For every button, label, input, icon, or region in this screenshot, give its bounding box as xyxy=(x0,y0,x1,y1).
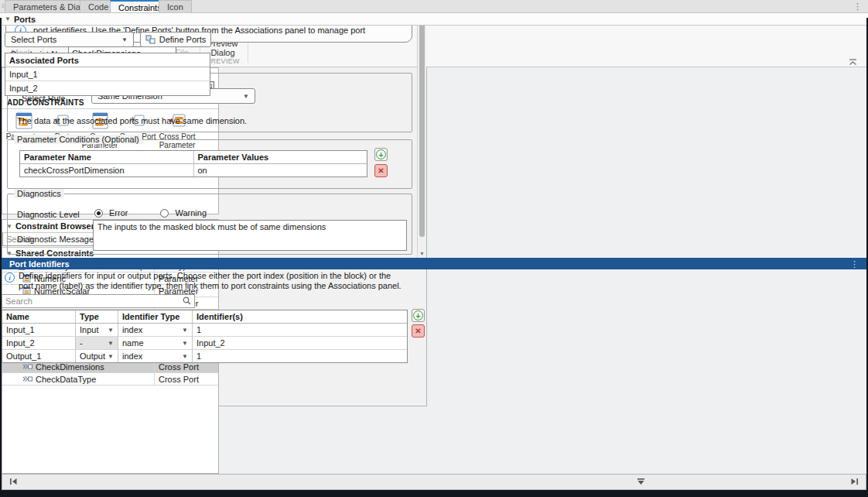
info-icon: i xyxy=(5,272,15,283)
add-port-button[interactable]: + xyxy=(412,309,425,322)
radio-warning-label: Warning xyxy=(175,208,207,218)
kebab-menu-icon[interactable]: ⋮ xyxy=(853,2,862,10)
type-dropdown[interactable]: -▼ xyxy=(76,337,118,349)
radio-error[interactable] xyxy=(94,209,103,218)
chevron-down-icon: ▼ xyxy=(108,340,114,347)
window-left-edge xyxy=(0,18,2,497)
constraints-pane: i Use this pane to create cross port con… xyxy=(0,13,417,258)
delete-port-button[interactable]: ✕ xyxy=(412,324,425,338)
ports-section-header[interactable]: ▼ Ports xyxy=(0,12,868,26)
collapse-toolstrip-icon[interactable] xyxy=(849,58,857,67)
delete-condition-button[interactable]: ✕ xyxy=(374,164,388,177)
column-header: Name xyxy=(2,310,76,323)
table-row-checkdatatype[interactable]: CheckDataType Cross Port xyxy=(2,373,218,386)
table-row[interactable]: Input_2 -▼ name▼ Input_2 xyxy=(2,337,407,350)
port-identifiers-header[interactable]: Port Identifiers ⋮ xyxy=(0,258,868,269)
mask-editor-window: MASK EDITOR CONSTRAINTS ? Save Mask SAVE… xyxy=(0,0,868,497)
diagnostic-level-label: Diagnostic Level xyxy=(17,210,80,219)
chevron-down-icon: ▼ xyxy=(182,340,188,347)
table-row[interactable]: Input_1 xyxy=(5,67,210,81)
table-row[interactable]: checkCrossPortDimension on xyxy=(20,164,367,177)
column-header: Associated Ports xyxy=(5,54,210,67)
table-row[interactable]: Input_2 xyxy=(5,81,210,95)
parameter-conditions-group: Parameter Conditions (Optional) Paramete… xyxy=(7,139,412,189)
column-header: Identifier(s) xyxy=(193,310,407,323)
port-identifiers-table: Name Type Identifier Type Identifier(s) … xyxy=(2,310,408,363)
column-header: Parameter Values xyxy=(194,151,367,163)
drag-handle-icon[interactable]: ⁞⁞ xyxy=(2,2,3,9)
x-icon: ✕ xyxy=(415,327,421,335)
diagnostic-message-label: Diagnostic Message xyxy=(17,235,94,244)
identifier-type-dropdown[interactable]: name▼ xyxy=(118,337,193,349)
identifier-type-dropdown[interactable]: index▼ xyxy=(118,324,193,336)
scroll-down-icon[interactable]: ▼ xyxy=(418,251,426,256)
kebab-menu-icon[interactable]: ⋮ xyxy=(850,260,859,268)
select-ports-dropdown[interactable]: Select Ports ▼ xyxy=(5,32,134,47)
collapse-left-panel-icon[interactable] xyxy=(9,478,18,487)
chevron-down-icon: ▼ xyxy=(182,353,188,360)
radio-error-label: Error xyxy=(109,208,128,218)
cross-port-constraint-icon xyxy=(22,362,32,371)
associated-ports-table: Associated Ports Input_1 Input_2 xyxy=(5,53,210,96)
chevron-down-icon: ▼ xyxy=(108,327,114,334)
tab-icon[interactable]: Icon xyxy=(159,0,192,13)
port-identifiers-search xyxy=(2,294,195,308)
collapse-bottom-panel-icon[interactable] xyxy=(637,478,645,487)
column-header: Parameter Name xyxy=(20,151,194,163)
search-icon xyxy=(183,296,191,307)
chevron-down-icon: ▼ xyxy=(108,353,114,360)
cross-port-constraint-icon xyxy=(22,375,32,383)
diagnostics-group: Diagnostics Diagnostic Level Error Warni… xyxy=(7,194,412,255)
scrollbar-thumb[interactable] xyxy=(419,23,425,237)
diagnostic-message-input[interactable]: The inputs to the masked block must be o… xyxy=(93,220,407,251)
define-ports-icon xyxy=(145,35,155,44)
port-identifiers-search-input[interactable] xyxy=(5,296,183,306)
type-dropdown[interactable]: Input▼ xyxy=(76,324,118,336)
bottom-statusbar xyxy=(2,474,866,490)
chevron-down-icon: ▼ xyxy=(243,93,249,100)
table-row[interactable]: Output_1 Output▼ index▼ 1 xyxy=(2,350,407,362)
chevron-down-icon: ▼ xyxy=(182,327,188,334)
define-ports-button[interactable]: Define Ports xyxy=(140,32,211,47)
rule-description: The data at the associated ports must ha… xyxy=(17,116,247,125)
radio-warning[interactable] xyxy=(160,209,169,218)
plus-icon: + xyxy=(376,149,386,159)
collapse-right-panel-icon[interactable] xyxy=(850,478,859,487)
add-condition-button[interactable]: + xyxy=(374,148,388,161)
parameter-conditions-table: Parameter Name Parameter Values checkCro… xyxy=(19,150,367,177)
table-row[interactable]: Input_1 Input▼ index▼ 1 xyxy=(2,324,407,337)
port-identifiers-info: Define identifiers for input or output p… xyxy=(19,271,405,291)
document-tabbar: ⁞⁞ Parameters & Dialog Code Constraints … xyxy=(0,0,868,13)
window-bottom-edge xyxy=(0,490,868,497)
type-dropdown[interactable]: Output▼ xyxy=(76,350,118,362)
x-icon: ✕ xyxy=(378,166,384,175)
chevron-down-icon: ▼ xyxy=(121,36,128,43)
column-header: Type xyxy=(76,310,118,323)
identifier-type-dropdown[interactable]: index▼ xyxy=(118,350,193,362)
vertical-scrollbar[interactable]: ▲ ▼ xyxy=(417,13,426,258)
plus-icon: + xyxy=(413,310,423,320)
collapse-icon: ▼ xyxy=(5,15,11,22)
column-header: Identifier Type xyxy=(118,310,193,323)
